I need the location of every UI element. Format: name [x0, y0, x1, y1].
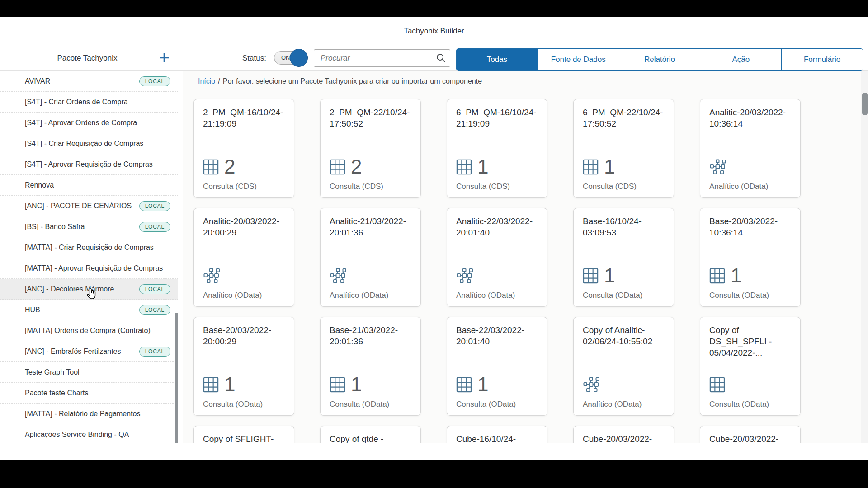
card-count: 1 — [604, 157, 615, 176]
table-grid-icon — [203, 377, 219, 393]
analytic-network-icon — [456, 267, 474, 284]
sidebar-package-item[interactable]: [S4T] - Aprovar Requisição de Compras — [0, 154, 178, 175]
sidebar-package-item[interactable]: [MATTA] - Aprovar Requisição de Compras — [0, 258, 178, 279]
card-footer: 1 Consulta (OData) — [583, 266, 667, 300]
analytic-network-icon — [330, 267, 348, 284]
card-title: Base-22/03/2022-20:01:40 — [456, 324, 538, 347]
sidebar-package-item[interactable]: [S4T] - Criar Ordens de Compra — [0, 92, 178, 113]
component-card[interactable]: 2_PM_QM-22/10/24-17:50:52 2 Consulta (CD… — [320, 99, 421, 198]
table-grid-icon — [583, 268, 599, 284]
search-icon[interactable] — [436, 53, 446, 63]
component-card[interactable]: Cube-16/10/24- — [447, 426, 547, 443]
toggle-knob[interactable] — [290, 49, 308, 67]
sidebar-item-label: Teste Graph Tool — [25, 368, 80, 376]
component-card[interactable]: Cube-20/03/2022- — [573, 426, 674, 443]
sidebar-package-item[interactable]: [ANC] - Decolores Mármore LOCAL — [0, 279, 178, 300]
sidebar-header-title: Pacote Tachyonix — [0, 45, 175, 71]
sidebar-package-item[interactable]: [S4T] - Aprovar Ordens de Compra — [0, 113, 178, 133]
component-card[interactable]: 2_PM_QM-16/10/24-21:19:09 2 Consulta (CD… — [193, 99, 294, 198]
breadcrumb: Início/Por favor, selecione um Pacote Ta… — [198, 77, 482, 85]
table-grid-icon — [709, 268, 725, 284]
tab-label: Ação — [732, 55, 750, 64]
table-grid-icon — [456, 159, 472, 175]
component-card[interactable]: Copy of Analitic-02/06/24-10:55:02 — [573, 317, 674, 416]
type-tab[interactable]: Relatório — [619, 49, 700, 70]
component-card[interactable]: Base-20/03/2022-20:00:29 1 Consulta (ODa… — [193, 317, 294, 416]
card-title: Copy of Analitic-02/06/24-10:55:02 — [583, 324, 665, 347]
sidebar-package-item[interactable]: [ANC] - Embrafós Fertilzantes LOCAL — [0, 341, 178, 362]
component-card[interactable]: Copy of SFLIGHT- — [193, 426, 294, 443]
card-subtitle: Analítico (OData) — [456, 291, 541, 300]
status-label: Status: — [242, 45, 266, 71]
component-card[interactable]: Base-16/10/24-03:09:53 1 Consulta (OData… — [573, 208, 674, 307]
tab-label: Fonte de Dados — [551, 55, 606, 64]
component-card[interactable]: 6_PM_QM-22/10/24-17:50:52 1 Consulta (CD… — [573, 99, 674, 198]
top-black-bar — [0, 0, 868, 17]
card-footer: Analítico (OData) — [709, 157, 794, 191]
card-subtitle: Consulta (CDS) — [203, 182, 288, 191]
type-tab[interactable]: Fonte de Dados — [538, 49, 619, 70]
tab-label: Todas — [487, 55, 507, 64]
card-subtitle: Consulta (CDS) — [330, 182, 414, 191]
card-subtitle: Consulta (OData) — [203, 400, 288, 409]
component-card[interactable]: Base-22/03/2022-20:01:40 1 Consulta (ODa… — [447, 317, 547, 416]
sidebar-item-label: [S4T] - Aprovar Requisição de Compras — [25, 160, 153, 168]
sidebar-package-item[interactable]: HUB LOCAL — [0, 300, 178, 320]
component-card[interactable]: Base-21/03/2022-20:01:36 1 Consulta (ODa… — [320, 317, 421, 416]
sidebar-package-item[interactable]: [S4T] - Criar Requisição de Compras — [0, 133, 178, 154]
sidebar-package-item[interactable]: Teste Graph Tool — [0, 362, 178, 383]
page-scrollbar-track[interactable] — [861, 71, 868, 443]
sidebar-package-item[interactable]: Pacote teste Charts — [0, 383, 178, 404]
sidebar-item-label: Rennova — [25, 181, 54, 189]
card-icon-row: 1 — [583, 157, 667, 176]
card-subtitle: Consulta (OData) — [456, 400, 541, 409]
component-card[interactable]: 6_PM_QM-16/10/24-21:19:09 1 Consulta (CD… — [447, 99, 547, 198]
sidebar-package-item[interactable]: Aplicações Service Binding - QA — [0, 424, 178, 443]
card-icon-row — [203, 266, 288, 285]
card-icon-row: 2 — [330, 157, 414, 176]
sidebar-package-item[interactable]: [MATTA] - Relatório de Pagamentos — [0, 404, 178, 424]
component-card[interactable]: Analitic-20/03/2022-20:00:29 — [193, 208, 294, 307]
type-tab[interactable]: Todas — [457, 49, 538, 70]
card-footer: 1 Consulta (OData) — [456, 375, 541, 409]
toggle-on-label: ON — [281, 52, 290, 64]
card-footer: 2 Consulta (CDS) — [330, 157, 414, 191]
card-icon-row: 1 — [583, 266, 667, 285]
card-title: Base-21/03/2022-20:01:36 — [330, 324, 411, 347]
sidebar-package-item[interactable]: [ANC] - PACOTE DE CENÁRIOS LOCAL — [0, 196, 178, 216]
component-card[interactable]: Copy of qtde - — [320, 426, 421, 443]
card-title: Analitic-20/03/2022-10:36:14 — [709, 107, 791, 129]
component-card[interactable]: Copy of DS_SH_SPFLI - 05/04/2022-... Con… — [700, 317, 801, 416]
sidebar-package-item[interactable]: Rennova — [0, 175, 178, 196]
card-icon-row: 1 — [330, 375, 414, 394]
card-title: Cube-20/03/2022- — [709, 433, 791, 443]
sidebar-package-item[interactable]: [MATTA] - Criar Requisição de Compras — [0, 237, 178, 258]
breadcrumb-separator: / — [218, 77, 220, 85]
sidebar-package-item[interactable]: AVIVAR LOCAL — [0, 71, 178, 92]
local-badge: LOCAL — [139, 222, 170, 232]
sidebar-package-item[interactable]: [BS] - Banco Safra LOCAL — [0, 216, 178, 237]
type-tab[interactable]: Ação — [700, 49, 781, 70]
card-title: Copy of SFLIGHT- — [203, 433, 285, 443]
package-list-panel: AVIVAR LOCAL [S4T] - Criar Ordens de Com… — [0, 71, 178, 443]
sidebar-scrollbar[interactable] — [175, 313, 178, 443]
table-grid-icon — [709, 377, 725, 393]
component-card[interactable]: Base-20/03/2022-10:36:14 1 Consulta (ODa… — [700, 208, 801, 307]
component-card[interactable]: Analitic-21/03/2022-20:01:36 — [320, 208, 421, 307]
component-card[interactable]: Analitic-20/03/2022-10:36:14 — [700, 99, 801, 198]
card-count: 1 — [477, 375, 488, 394]
component-card[interactable]: Analitic-22/03/2022-20:01:40 — [447, 208, 547, 307]
card-count: 1 — [477, 157, 488, 176]
type-tab[interactable]: Formulário — [781, 49, 863, 70]
status-toggle[interactable]: ON — [274, 51, 307, 65]
page-scrollbar-thumb[interactable] — [862, 93, 868, 115]
card-count: 1 — [224, 375, 235, 394]
search-input[interactable] — [314, 49, 450, 67]
component-card[interactable]: Cube-20/03/2022- — [700, 426, 801, 443]
card-title: Base-20/03/2022-10:36:14 — [709, 216, 791, 238]
card-icon-row: 2 — [203, 157, 288, 176]
sidebar-package-item[interactable]: [MATTA] Ordens de Compra (Contrato) — [0, 320, 178, 341]
sidebar-item-label: [S4T] - Criar Requisição de Compras — [25, 140, 143, 147]
add-package-button[interactable] — [157, 52, 171, 65]
breadcrumb-home-link[interactable]: Início — [198, 77, 215, 85]
